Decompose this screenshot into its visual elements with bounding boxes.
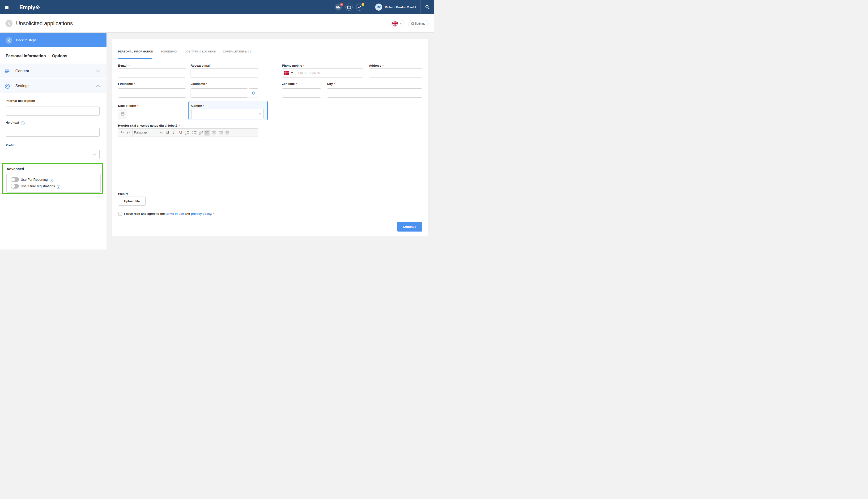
svg-text:1: 1	[185, 131, 187, 133]
svg-text:2: 2	[185, 133, 187, 135]
